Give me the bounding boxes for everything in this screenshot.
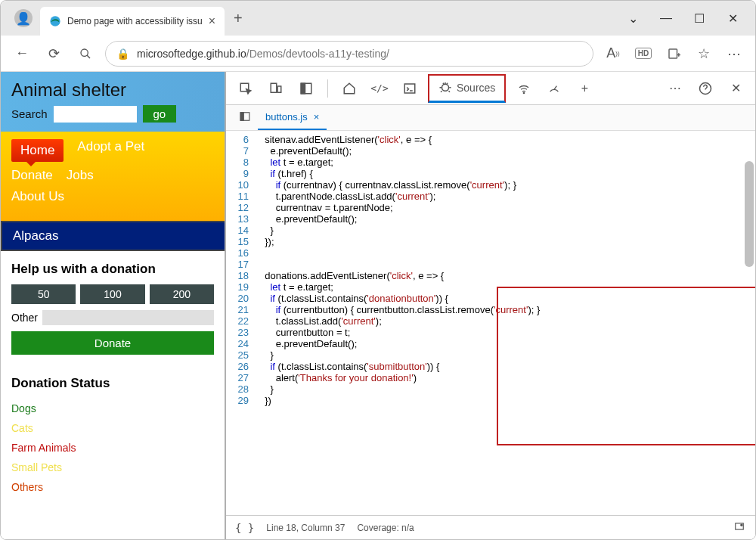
sources-tab[interactable]: Sources <box>428 74 506 103</box>
other-amount-input[interactable] <box>42 310 214 325</box>
donate-200[interactable]: 200 <box>150 284 214 304</box>
line-number[interactable]: 28 <box>226 383 259 395</box>
line-number[interactable]: 9 <box>226 168 259 179</box>
code-line[interactable]: 27 alert('Thanks for your donation!') <box>226 372 755 383</box>
collections-icon[interactable] <box>662 42 686 66</box>
help-icon[interactable] <box>693 76 717 101</box>
maximize-button[interactable]: ☐ <box>692 11 707 26</box>
close-window-button[interactable]: ✕ <box>725 11 740 26</box>
devtools-more-icon[interactable]: ⋯ <box>663 76 687 101</box>
line-number[interactable]: 6 <box>226 134 259 145</box>
status-cats[interactable]: Cats <box>11 418 214 438</box>
line-number[interactable]: 15 <box>226 236 259 247</box>
hd-badge[interactable]: HD <box>631 42 655 66</box>
welcome-tab-icon[interactable] <box>337 76 361 101</box>
favorite-icon[interactable]: ☆ <box>692 42 716 66</box>
code-line[interactable]: 8 let t = e.target; <box>226 157 755 168</box>
status-badge-icon[interactable] <box>733 521 746 534</box>
performance-tab-icon[interactable] <box>542 76 566 101</box>
read-aloud-icon[interactable]: A)) <box>601 42 625 66</box>
close-tab-icon[interactable]: × <box>209 14 215 28</box>
new-tab-button[interactable]: + <box>234 10 243 27</box>
device-icon[interactable] <box>264 76 288 101</box>
console-tab-icon[interactable] <box>398 76 422 101</box>
code-line[interactable]: 11 t.parentNode.classList.add('current')… <box>226 191 755 202</box>
go-button[interactable]: go <box>143 105 177 123</box>
line-number[interactable]: 27 <box>226 372 259 383</box>
line-number[interactable]: 20 <box>226 293 259 304</box>
dock-icon[interactable] <box>294 76 318 101</box>
line-number[interactable]: 22 <box>226 315 259 327</box>
nav-donate[interactable]: Donate <box>11 168 53 183</box>
status-others[interactable]: Others <box>11 477 214 497</box>
donate-100[interactable]: 100 <box>80 284 144 304</box>
line-number[interactable]: 7 <box>226 145 259 157</box>
code-line[interactable]: 14 } <box>226 225 755 236</box>
donate-50[interactable]: 50 <box>11 284 76 304</box>
status-farm[interactable]: Farm Animals <box>11 438 214 458</box>
more-icon[interactable]: ⋯ <box>722 42 746 66</box>
code-line[interactable]: 12 currentnav = t.parentNode; <box>226 202 755 213</box>
code-line[interactable]: 21 if (currentbutton) { currentbutton.cl… <box>226 304 755 315</box>
line-number[interactable]: 21 <box>226 304 259 315</box>
network-tab-icon[interactable] <box>512 76 536 101</box>
line-number[interactable]: 23 <box>226 327 259 338</box>
code-line[interactable]: 24 e.preventDefault(); <box>226 338 755 349</box>
nav-adopt[interactable]: Adopt a Pet <box>77 139 144 162</box>
line-number[interactable]: 24 <box>226 338 259 349</box>
code-line[interactable]: 13 e.preventDefault(); <box>226 213 755 225</box>
inspect-icon[interactable] <box>234 76 258 101</box>
code-line[interactable]: 23 currentbutton = t; <box>226 327 755 338</box>
back-button[interactable]: ← <box>10 42 34 66</box>
nav-about[interactable]: About Us <box>11 189 64 204</box>
nav-alpacas[interactable]: Alpacas <box>1 221 225 251</box>
code-line[interactable]: 9 if (t.href) { <box>226 168 755 179</box>
line-number[interactable]: 14 <box>226 225 259 236</box>
url-input[interactable]: 🔒 microsoftedge.github.io/Demos/devtools… <box>105 41 593 67</box>
code-line[interactable]: 22 t.classList.add('current'); <box>226 315 755 327</box>
add-tab-icon[interactable]: + <box>572 76 596 101</box>
code-line[interactable]: 28 } <box>226 383 755 395</box>
browser-tab[interactable]: Demo page with accessibility issu × <box>40 7 225 36</box>
search-icon[interactable] <box>73 42 98 66</box>
nav-jobs[interactable]: Jobs <box>67 168 94 183</box>
line-number[interactable]: 12 <box>226 202 259 213</box>
line-number[interactable]: 18 <box>226 270 259 281</box>
file-tab-buttons-js[interactable]: buttons.js × <box>258 105 327 130</box>
line-number[interactable]: 8 <box>226 157 259 168</box>
code-line[interactable]: 17 <box>226 259 755 270</box>
close-file-icon[interactable]: × <box>314 111 320 123</box>
donate-button[interactable]: Donate <box>11 331 214 355</box>
line-number[interactable]: 16 <box>226 247 259 259</box>
code-line[interactable]: 20 if (t.classList.contains('donationbut… <box>226 293 755 304</box>
code-line[interactable]: 29 }) <box>226 395 755 406</box>
close-devtools-icon[interactable]: ✕ <box>723 76 748 101</box>
line-number[interactable]: 11 <box>226 191 259 202</box>
profile-avatar[interactable]: 👤 <box>14 9 33 27</box>
code-line[interactable]: 19 let t = e.target; <box>226 281 755 293</box>
line-number[interactable]: 26 <box>226 361 259 372</box>
code-line[interactable]: 25 } <box>226 349 755 361</box>
elements-tab-icon[interactable]: </> <box>367 76 392 101</box>
minimize-button[interactable]: — <box>658 11 674 26</box>
line-number[interactable]: 25 <box>226 349 259 361</box>
chevron-down-icon[interactable]: ⌄ <box>625 11 640 26</box>
status-small[interactable]: Small Pets <box>11 458 214 477</box>
line-number[interactable]: 19 <box>226 281 259 293</box>
line-number[interactable]: 17 <box>226 259 259 270</box>
code-line[interactable]: 10 if (currentnav) { currentnav.classLis… <box>226 179 755 191</box>
status-dogs[interactable]: Dogs <box>11 399 214 418</box>
scrollbar[interactable] <box>745 161 754 267</box>
refresh-button[interactable]: ⟳ <box>42 42 66 66</box>
pretty-print-icon[interactable]: { } <box>235 522 254 534</box>
toggle-navigator-icon[interactable] <box>232 111 258 125</box>
line-number[interactable]: 13 <box>226 213 259 225</box>
line-number[interactable]: 10 <box>226 179 259 191</box>
code-line[interactable]: 18 donations.addEventListener('click', e… <box>226 270 755 281</box>
nav-home[interactable]: Home <box>11 139 64 162</box>
code-line[interactable]: 26 if (t.classList.contains('submitbutto… <box>226 361 755 372</box>
code-editor[interactable]: 6 sitenav.addEventListener('click', e =>… <box>226 131 755 515</box>
code-line[interactable]: 16 <box>226 247 755 259</box>
code-line[interactable]: 7 e.preventDefault(); <box>226 145 755 157</box>
line-number[interactable]: 29 <box>226 395 259 406</box>
